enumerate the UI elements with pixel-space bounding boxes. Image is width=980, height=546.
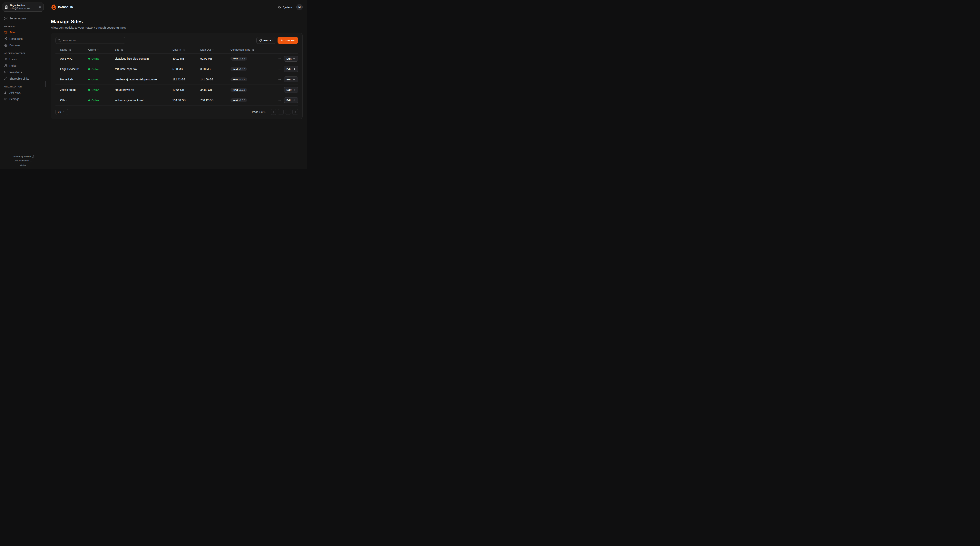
- sidebar-item-sites[interactable]: Sites: [2, 29, 44, 35]
- sidebar-item-label: Domains: [10, 44, 20, 47]
- connection-badge: Newtv1.3.2: [231, 77, 247, 81]
- cell-connection-type: Newtv1.3.2: [231, 57, 277, 61]
- sidebar-item-server-admin[interactable]: Server Admin: [2, 15, 44, 22]
- version-label: v1.7.0: [20, 164, 26, 166]
- row-menu-button[interactable]: [278, 67, 282, 71]
- pagination-bar: 20 Page 1 of 1: [56, 109, 298, 115]
- sidebar-scrollbar-thumb[interactable]: [46, 81, 46, 87]
- refresh-button[interactable]: Refresh: [256, 37, 276, 44]
- connection-version-label: v1.3.2: [239, 57, 245, 60]
- edit-button[interactable]: Edit: [284, 77, 298, 82]
- online-dot: [88, 79, 90, 80]
- theme-toggle[interactable]: System: [278, 6, 292, 9]
- prev-page-button[interactable]: [278, 109, 283, 115]
- column-header-site[interactable]: Site: [115, 48, 172, 51]
- sidebar-item-resources[interactable]: Resources: [2, 35, 44, 42]
- table-row: Jeff's Laptop Online smug-brown-rat 12.6…: [56, 85, 298, 95]
- row-menu-button[interactable]: [278, 88, 282, 92]
- arrow-right-icon: [293, 99, 296, 102]
- cell-online: Online: [88, 68, 115, 70]
- connection-type-label: Newt: [233, 68, 238, 70]
- cell-actions: Edit: [277, 66, 298, 72]
- column-label: Site: [115, 48, 119, 51]
- sidebar-item-invitations[interactable]: Invitations: [2, 69, 44, 75]
- online-dot: [88, 58, 90, 60]
- connection-badge: Newtv1.3.2: [231, 88, 247, 92]
- sidebar-item-shareable-links[interactable]: Shareable Links: [2, 75, 44, 82]
- first-page-button[interactable]: [270, 109, 276, 115]
- sidebar-item-users[interactable]: Users: [2, 56, 44, 62]
- column-header-online[interactable]: Online: [88, 48, 115, 51]
- cell-site: vivacious-little-blue-penguin: [115, 57, 172, 60]
- column-label: Data Out: [200, 48, 211, 51]
- row-menu-button[interactable]: [278, 99, 282, 102]
- chevrons-left-icon: [272, 111, 275, 113]
- brand[interactable]: PANGOLIN: [51, 4, 73, 10]
- sidebar-item-settings[interactable]: Settings: [2, 96, 44, 102]
- cell-data-in: 12.65 GB: [172, 88, 200, 91]
- sidebar-item-label: Resources: [10, 37, 22, 40]
- cell-actions: Edit: [277, 87, 298, 93]
- sites-card: Refresh Add Site Name Online Site Data I…: [51, 33, 302, 119]
- next-page-button[interactable]: [285, 109, 291, 115]
- connection-version-label: v1.3.2: [239, 78, 245, 81]
- documentation-link[interactable]: Documentation: [14, 160, 32, 162]
- sidebar-item-label: Invitations: [10, 70, 22, 74]
- more-horizontal-icon: [278, 99, 282, 102]
- connection-badge: Newtv1.3.2: [231, 67, 247, 71]
- book-open-icon: [30, 160, 32, 162]
- community-edition-label: Community Edition: [12, 155, 31, 158]
- online-dot: [88, 89, 90, 91]
- gear-icon: [4, 97, 8, 101]
- users-icon: [4, 64, 8, 67]
- add-site-label: Add Site: [285, 39, 295, 42]
- sidebar-nav: Server Admin GENERAL Sites Resources Dom…: [0, 14, 46, 102]
- page-size-select[interactable]: 20: [56, 109, 68, 115]
- column-header-data-in[interactable]: Data In: [172, 48, 200, 51]
- edit-button[interactable]: Edit: [284, 97, 298, 103]
- edit-button[interactable]: Edit: [284, 56, 298, 62]
- edit-button[interactable]: Edit: [284, 87, 298, 93]
- cell-data-out: 3.20 MB: [200, 67, 231, 70]
- server-icon: [4, 17, 8, 20]
- connection-type-label: Newt: [233, 99, 238, 101]
- chevron-left-icon: [280, 111, 282, 113]
- sidebar-item-roles[interactable]: Roles: [2, 62, 44, 69]
- last-page-button[interactable]: [293, 109, 298, 115]
- edit-button[interactable]: Edit: [284, 66, 298, 72]
- more-horizontal-icon: [278, 78, 282, 81]
- link-icon: [4, 77, 8, 80]
- sidebar-item-domains[interactable]: Domains: [2, 42, 44, 48]
- cell-data-out: 34.80 GB: [200, 88, 231, 91]
- community-edition-link[interactable]: Community Edition: [12, 155, 34, 158]
- external-link-icon: [32, 155, 34, 158]
- cell-data-out: 141.68 GB: [200, 78, 231, 81]
- moon-icon: [278, 6, 281, 9]
- online-label: Online: [92, 68, 99, 70]
- edit-label: Edit: [286, 88, 292, 91]
- column-header-data-out[interactable]: Data Out: [200, 48, 231, 51]
- connection-badge: Newtv1.3.2: [231, 57, 247, 61]
- add-site-button[interactable]: Add Site: [278, 37, 298, 44]
- card-toolbar: Refresh Add Site: [56, 37, 298, 44]
- cell-data-in: 112.42 GB: [172, 78, 200, 81]
- row-menu-button[interactable]: [278, 57, 282, 61]
- org-selector[interactable]: Organization milo@fossorial.io's ...: [3, 3, 43, 11]
- online-label: Online: [92, 57, 99, 60]
- online-dot: [88, 99, 90, 101]
- theme-label: System: [283, 6, 292, 9]
- column-header-connection-type[interactable]: Connection Type: [231, 48, 277, 51]
- sites-icon: [4, 31, 8, 34]
- table-row: Edge Device 01 Online fortunate-cape-fox…: [56, 64, 298, 74]
- chevrons-up-down-icon: [38, 6, 41, 8]
- page-info: Page 1 of 1: [252, 110, 266, 113]
- sidebar-item-api-keys[interactable]: API Keys: [2, 89, 44, 96]
- sidebar-item-label: API Keys: [10, 91, 21, 94]
- chevrons-right-icon: [294, 111, 297, 113]
- avatar[interactable]: M: [296, 4, 302, 10]
- search-input[interactable]: [62, 39, 123, 42]
- org-text: Organization milo@fossorial.io's ...: [10, 4, 37, 10]
- row-menu-button[interactable]: [278, 78, 282, 81]
- cell-actions: Edit: [277, 56, 298, 62]
- column-header-name[interactable]: Name: [60, 48, 88, 51]
